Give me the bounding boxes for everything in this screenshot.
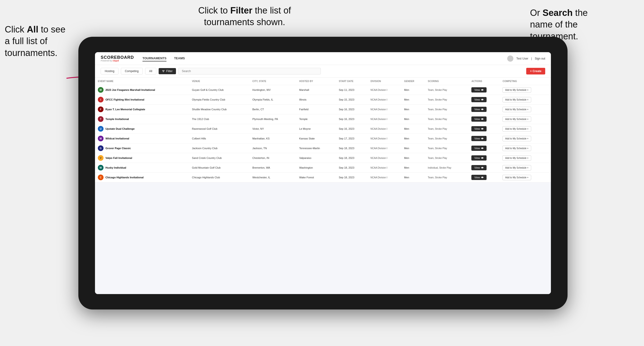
nav-tournaments[interactable]: TOURNAMENTS	[142, 55, 166, 61]
table-row: V Valpo Fall Invitational Sand Creek Cou…	[95, 153, 551, 163]
add-schedule-button-9[interactable]: Add to My Schedule +	[502, 175, 531, 180]
view-button-2[interactable]: View	[471, 107, 486, 112]
add-schedule-button-3[interactable]: Add to My Schedule +	[502, 116, 531, 122]
hosted-by-cell-3: Temple	[296, 114, 336, 124]
hosted-by-cell-0: Marshall	[296, 85, 336, 95]
team-logo-8: W	[98, 165, 104, 171]
venue-cell-4: Ravenwood Golf Club	[189, 124, 249, 134]
start-date-cell-7: Sep 18, 2023	[336, 153, 368, 163]
table-row: T Temple Invitational The 1912 Club Plym…	[95, 114, 551, 124]
view-button-1[interactable]: View	[471, 97, 486, 102]
add-schedule-button-7[interactable]: Add to My Schedule +	[502, 155, 531, 161]
annotation-top-center: Click to Filter the list oftournaments s…	[162, 5, 328, 28]
event-name-cell-5: W Wildcat Invitational	[95, 134, 189, 144]
col-event-name: EVENT NAME	[95, 78, 189, 85]
table-row: U Upstate Dual Challenge Ravenwood Golf …	[95, 124, 551, 134]
add-schedule-button-4[interactable]: Add to My Schedule +	[502, 126, 531, 132]
hosted-by-cell-5: Kansas State	[296, 134, 336, 144]
venue-cell-8: Gold Mountain Golf Club	[189, 163, 249, 173]
event-name-cell-3: T Temple Invitational	[95, 114, 189, 124]
view-button-8[interactable]: View	[471, 165, 486, 170]
gender-cell-3: Men	[401, 114, 425, 124]
start-date-cell-4: Sep 16, 2023	[336, 124, 368, 134]
venue-cell-0: Guyan Golf & Country Club	[189, 85, 249, 95]
table-row: F Ryan T. Lee Memorial Collegiate Shuttl…	[95, 105, 551, 114]
add-schedule-button-2[interactable]: Add to My Schedule +	[502, 107, 531, 112]
hosted-by-cell-6: Tennessee-Martin	[296, 144, 336, 153]
create-button[interactable]: + Create	[526, 68, 545, 74]
hosted-by-cell-8: Washington	[296, 163, 336, 173]
team-logo-5: W	[98, 136, 104, 141]
competing-tab[interactable]: Competing	[121, 68, 143, 74]
action-cell-9: View	[468, 173, 500, 182]
add-schedule-button-0[interactable]: Add to My Schedule +	[502, 87, 531, 93]
city-state-cell-3: Plymouth Meeting, PA	[250, 114, 296, 124]
eye-icon-4	[481, 127, 484, 130]
search-input[interactable]	[178, 68, 321, 74]
logo-brand: clippd	[112, 59, 119, 62]
event-name-text-2: Ryan T. Lee Memorial Collegiate	[106, 108, 145, 111]
view-button-5[interactable]: View	[471, 136, 486, 141]
nav-teams[interactable]: TEAMS	[174, 55, 185, 61]
toolbar: Hosting Competing All Filter + Create	[95, 65, 551, 78]
logo-sub: Powered by clippd	[101, 59, 134, 62]
event-name-text-6: Grover Page Classic	[106, 147, 131, 150]
event-name-cell-6: G Grover Page Classic	[95, 144, 189, 153]
competing-cell-8: Add to My Schedule +	[500, 163, 551, 173]
add-schedule-button-1[interactable]: Add to My Schedule +	[502, 97, 531, 102]
sign-out-link[interactable]: Sign out	[535, 57, 545, 60]
city-state-cell-9: Westchester, IL	[250, 173, 296, 182]
eye-icon-5	[481, 137, 484, 140]
tablet-frame: SCOREBOARD Powered by clippd TOURNAMENTS…	[78, 37, 568, 310]
table-row: W Husky Individual Gold Mountain Golf Cl…	[95, 163, 551, 173]
hosted-by-cell-9: Wake Forest	[296, 173, 336, 182]
venue-cell-6: Jackson Country Club	[189, 144, 249, 153]
add-schedule-button-6[interactable]: Add to My Schedule +	[502, 146, 531, 151]
start-date-cell-0: Sep 11, 2023	[336, 85, 368, 95]
view-button-7[interactable]: View	[471, 155, 486, 161]
city-state-cell-8: Bremerton, WA	[250, 163, 296, 173]
tournaments-table: EVENT NAME VENUE CITY, STATE HOSTED BY S…	[95, 78, 551, 182]
team-logo-9: C	[98, 174, 104, 180]
view-button-4[interactable]: View	[471, 126, 486, 131]
event-name-text-1: OFCC Fighting Illini Invitational	[106, 98, 144, 101]
event-name-text-9: Chicago Highlands Invitational	[106, 176, 144, 179]
venue-cell-5: Colbert Hills	[189, 134, 249, 144]
competing-cell-4: Add to My Schedule +	[500, 124, 551, 134]
add-schedule-button-5[interactable]: Add to My Schedule +	[502, 136, 531, 141]
division-cell-8: NCAA Division I	[368, 163, 401, 173]
all-tab[interactable]: All	[145, 68, 156, 74]
action-cell-7: View	[468, 153, 500, 163]
gender-cell-9: Men	[401, 173, 425, 182]
eye-icon-7	[481, 157, 484, 159]
view-button-3[interactable]: View	[471, 116, 486, 122]
scoring-cell-0: Team, Stroke Play	[425, 85, 469, 95]
city-state-cell-4: Victor, NY	[250, 124, 296, 134]
team-logo-4: U	[98, 126, 104, 132]
team-logo-0: M	[98, 87, 104, 93]
view-button-6[interactable]: View	[471, 146, 486, 151]
table-row: G Grover Page Classic Jackson Country Cl…	[95, 144, 551, 153]
start-date-cell-1: Sep 15, 2023	[336, 95, 368, 105]
gender-cell-4: Men	[401, 124, 425, 134]
event-name-cell-2: F Ryan T. Lee Memorial Collegiate	[95, 105, 189, 114]
view-button-9[interactable]: View	[471, 175, 486, 180]
action-cell-6: View	[468, 144, 500, 153]
hosting-tab[interactable]: Hosting	[101, 68, 118, 74]
nav-links: TOURNAMENTS TEAMS	[142, 55, 507, 61]
action-cell-5: View	[468, 134, 500, 144]
start-date-cell-6: Sep 18, 2023	[336, 144, 368, 153]
event-name-text-8: Husky Individual	[106, 166, 126, 169]
event-name-text-3: Temple Invitational	[106, 118, 129, 121]
action-cell-3: View	[468, 114, 500, 124]
action-cell-2: View	[468, 105, 500, 114]
add-schedule-button-8[interactable]: Add to My Schedule +	[502, 165, 531, 171]
logo-title: SCOREBOARD	[101, 55, 134, 60]
col-start-date: START DATE	[336, 78, 368, 85]
competing-cell-0: Add to My Schedule +	[500, 85, 551, 95]
filter-button[interactable]: Filter	[159, 68, 176, 74]
action-cell-0: View	[468, 85, 500, 95]
team-logo-6: G	[98, 145, 104, 151]
scoring-cell-6: Team, Stroke Play	[425, 144, 469, 153]
view-button-0[interactable]: View	[471, 87, 486, 92]
